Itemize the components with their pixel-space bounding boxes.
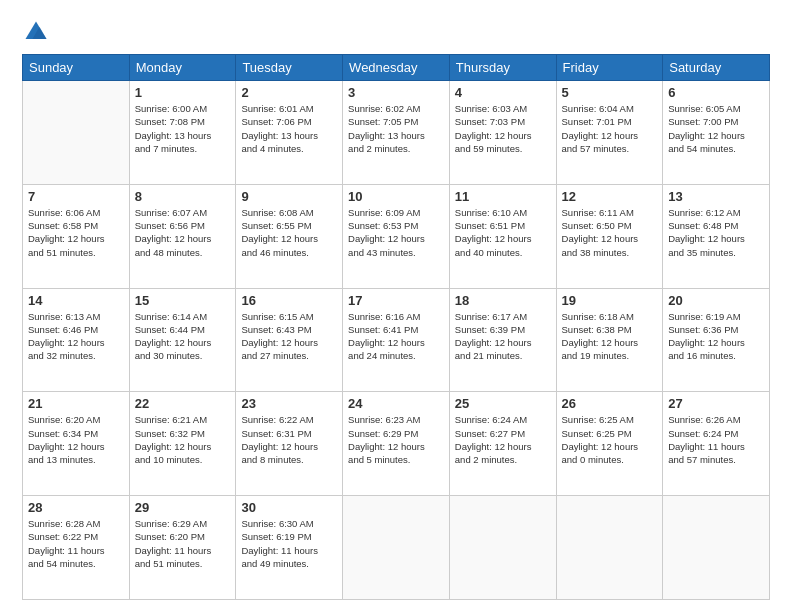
day-number: 18 [455, 293, 551, 308]
header [22, 18, 770, 46]
calendar-cell: 20Sunrise: 6:19 AM Sunset: 6:36 PM Dayli… [663, 288, 770, 392]
day-number: 4 [455, 85, 551, 100]
calendar-cell: 22Sunrise: 6:21 AM Sunset: 6:32 PM Dayli… [129, 392, 236, 496]
day-number: 11 [455, 189, 551, 204]
day-info: Sunrise: 6:21 AM Sunset: 6:32 PM Dayligh… [135, 413, 231, 466]
calendar-cell: 13Sunrise: 6:12 AM Sunset: 6:48 PM Dayli… [663, 184, 770, 288]
day-number: 9 [241, 189, 337, 204]
day-info: Sunrise: 6:15 AM Sunset: 6:43 PM Dayligh… [241, 310, 337, 363]
calendar-header-saturday: Saturday [663, 55, 770, 81]
day-info: Sunrise: 6:06 AM Sunset: 6:58 PM Dayligh… [28, 206, 124, 259]
calendar-header-tuesday: Tuesday [236, 55, 343, 81]
calendar-cell: 5Sunrise: 6:04 AM Sunset: 7:01 PM Daylig… [556, 81, 663, 185]
day-info: Sunrise: 6:14 AM Sunset: 6:44 PM Dayligh… [135, 310, 231, 363]
day-number: 21 [28, 396, 124, 411]
day-info: Sunrise: 6:16 AM Sunset: 6:41 PM Dayligh… [348, 310, 444, 363]
calendar-header-monday: Monday [129, 55, 236, 81]
day-info: Sunrise: 6:05 AM Sunset: 7:00 PM Dayligh… [668, 102, 764, 155]
day-number: 16 [241, 293, 337, 308]
calendar-cell: 15Sunrise: 6:14 AM Sunset: 6:44 PM Dayli… [129, 288, 236, 392]
calendar-header-sunday: Sunday [23, 55, 130, 81]
calendar-cell: 7Sunrise: 6:06 AM Sunset: 6:58 PM Daylig… [23, 184, 130, 288]
page: SundayMondayTuesdayWednesdayThursdayFrid… [0, 0, 792, 612]
day-info: Sunrise: 6:20 AM Sunset: 6:34 PM Dayligh… [28, 413, 124, 466]
calendar-cell: 3Sunrise: 6:02 AM Sunset: 7:05 PM Daylig… [343, 81, 450, 185]
calendar-cell: 11Sunrise: 6:10 AM Sunset: 6:51 PM Dayli… [449, 184, 556, 288]
day-number: 27 [668, 396, 764, 411]
calendar-cell: 10Sunrise: 6:09 AM Sunset: 6:53 PM Dayli… [343, 184, 450, 288]
calendar-cell: 23Sunrise: 6:22 AM Sunset: 6:31 PM Dayli… [236, 392, 343, 496]
calendar-cell [663, 496, 770, 600]
day-number: 8 [135, 189, 231, 204]
calendar-cell: 16Sunrise: 6:15 AM Sunset: 6:43 PM Dayli… [236, 288, 343, 392]
day-info: Sunrise: 6:23 AM Sunset: 6:29 PM Dayligh… [348, 413, 444, 466]
day-number: 30 [241, 500, 337, 515]
calendar-cell: 1Sunrise: 6:00 AM Sunset: 7:08 PM Daylig… [129, 81, 236, 185]
day-number: 7 [28, 189, 124, 204]
calendar-cell: 6Sunrise: 6:05 AM Sunset: 7:00 PM Daylig… [663, 81, 770, 185]
calendar-header-wednesday: Wednesday [343, 55, 450, 81]
calendar-cell: 28Sunrise: 6:28 AM Sunset: 6:22 PM Dayli… [23, 496, 130, 600]
day-info: Sunrise: 6:17 AM Sunset: 6:39 PM Dayligh… [455, 310, 551, 363]
week-row-5: 28Sunrise: 6:28 AM Sunset: 6:22 PM Dayli… [23, 496, 770, 600]
day-info: Sunrise: 6:29 AM Sunset: 6:20 PM Dayligh… [135, 517, 231, 570]
day-number: 13 [668, 189, 764, 204]
day-info: Sunrise: 6:13 AM Sunset: 6:46 PM Dayligh… [28, 310, 124, 363]
day-number: 17 [348, 293, 444, 308]
calendar-header-row: SundayMondayTuesdayWednesdayThursdayFrid… [23, 55, 770, 81]
calendar-cell: 26Sunrise: 6:25 AM Sunset: 6:25 PM Dayli… [556, 392, 663, 496]
calendar-cell: 24Sunrise: 6:23 AM Sunset: 6:29 PM Dayli… [343, 392, 450, 496]
day-number: 26 [562, 396, 658, 411]
week-row-2: 7Sunrise: 6:06 AM Sunset: 6:58 PM Daylig… [23, 184, 770, 288]
day-info: Sunrise: 6:18 AM Sunset: 6:38 PM Dayligh… [562, 310, 658, 363]
day-number: 28 [28, 500, 124, 515]
day-number: 3 [348, 85, 444, 100]
calendar-cell: 21Sunrise: 6:20 AM Sunset: 6:34 PM Dayli… [23, 392, 130, 496]
day-number: 25 [455, 396, 551, 411]
day-info: Sunrise: 6:02 AM Sunset: 7:05 PM Dayligh… [348, 102, 444, 155]
calendar-cell: 30Sunrise: 6:30 AM Sunset: 6:19 PM Dayli… [236, 496, 343, 600]
day-info: Sunrise: 6:07 AM Sunset: 6:56 PM Dayligh… [135, 206, 231, 259]
day-number: 2 [241, 85, 337, 100]
calendar-table: SundayMondayTuesdayWednesdayThursdayFrid… [22, 54, 770, 600]
week-row-3: 14Sunrise: 6:13 AM Sunset: 6:46 PM Dayli… [23, 288, 770, 392]
calendar-cell [449, 496, 556, 600]
calendar-cell: 12Sunrise: 6:11 AM Sunset: 6:50 PM Dayli… [556, 184, 663, 288]
day-number: 12 [562, 189, 658, 204]
day-info: Sunrise: 6:22 AM Sunset: 6:31 PM Dayligh… [241, 413, 337, 466]
calendar-header-friday: Friday [556, 55, 663, 81]
calendar-cell: 25Sunrise: 6:24 AM Sunset: 6:27 PM Dayli… [449, 392, 556, 496]
calendar-cell: 14Sunrise: 6:13 AM Sunset: 6:46 PM Dayli… [23, 288, 130, 392]
day-info: Sunrise: 6:26 AM Sunset: 6:24 PM Dayligh… [668, 413, 764, 466]
calendar-cell [556, 496, 663, 600]
calendar-cell: 17Sunrise: 6:16 AM Sunset: 6:41 PM Dayli… [343, 288, 450, 392]
day-number: 20 [668, 293, 764, 308]
calendar-cell: 2Sunrise: 6:01 AM Sunset: 7:06 PM Daylig… [236, 81, 343, 185]
calendar-cell [23, 81, 130, 185]
day-info: Sunrise: 6:25 AM Sunset: 6:25 PM Dayligh… [562, 413, 658, 466]
calendar-cell: 29Sunrise: 6:29 AM Sunset: 6:20 PM Dayli… [129, 496, 236, 600]
calendar-cell: 4Sunrise: 6:03 AM Sunset: 7:03 PM Daylig… [449, 81, 556, 185]
day-info: Sunrise: 6:09 AM Sunset: 6:53 PM Dayligh… [348, 206, 444, 259]
day-info: Sunrise: 6:24 AM Sunset: 6:27 PM Dayligh… [455, 413, 551, 466]
calendar-cell: 27Sunrise: 6:26 AM Sunset: 6:24 PM Dayli… [663, 392, 770, 496]
day-number: 19 [562, 293, 658, 308]
day-info: Sunrise: 6:03 AM Sunset: 7:03 PM Dayligh… [455, 102, 551, 155]
calendar-cell: 8Sunrise: 6:07 AM Sunset: 6:56 PM Daylig… [129, 184, 236, 288]
day-info: Sunrise: 6:04 AM Sunset: 7:01 PM Dayligh… [562, 102, 658, 155]
day-number: 22 [135, 396, 231, 411]
day-number: 6 [668, 85, 764, 100]
day-info: Sunrise: 6:19 AM Sunset: 6:36 PM Dayligh… [668, 310, 764, 363]
calendar-cell: 19Sunrise: 6:18 AM Sunset: 6:38 PM Dayli… [556, 288, 663, 392]
day-number: 15 [135, 293, 231, 308]
logo [22, 18, 54, 46]
day-number: 14 [28, 293, 124, 308]
day-info: Sunrise: 6:11 AM Sunset: 6:50 PM Dayligh… [562, 206, 658, 259]
week-row-4: 21Sunrise: 6:20 AM Sunset: 6:34 PM Dayli… [23, 392, 770, 496]
day-info: Sunrise: 6:28 AM Sunset: 6:22 PM Dayligh… [28, 517, 124, 570]
day-number: 10 [348, 189, 444, 204]
day-info: Sunrise: 6:10 AM Sunset: 6:51 PM Dayligh… [455, 206, 551, 259]
day-number: 29 [135, 500, 231, 515]
day-info: Sunrise: 6:12 AM Sunset: 6:48 PM Dayligh… [668, 206, 764, 259]
logo-icon [22, 18, 50, 46]
